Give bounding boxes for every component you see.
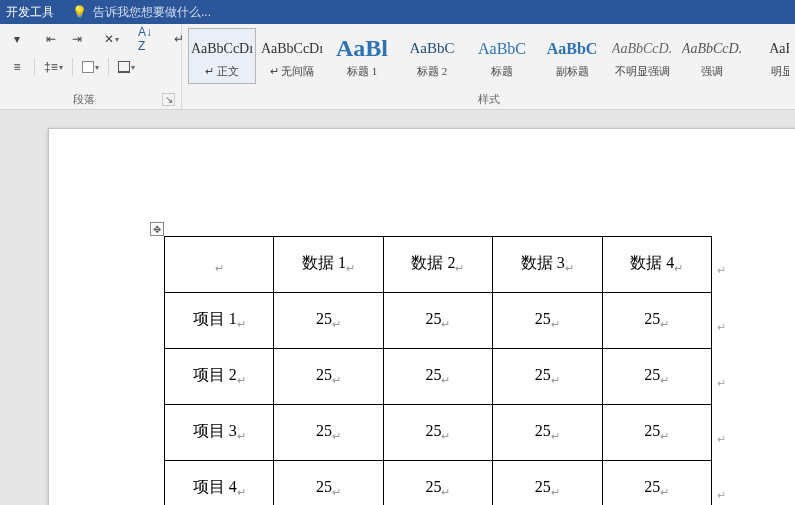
style-item[interactable]: AaBbC标题 xyxy=(468,28,536,84)
decrease-indent-button[interactable]: ⇤ xyxy=(40,28,62,50)
style-preview: AaBbCcD. xyxy=(682,34,742,64)
table-data-cell[interactable]: 25↵ xyxy=(383,293,492,349)
style-item[interactable]: AaBl标题 1 xyxy=(328,28,396,84)
style-preview: AaBbC xyxy=(478,34,526,64)
table-rowlabel-cell[interactable]: 项目 1↵ xyxy=(165,293,274,349)
sort-az-button[interactable]: A↓Z xyxy=(134,28,156,50)
styles-group-label: 样式 xyxy=(478,92,500,107)
paragraph-mark-icon: ↵ xyxy=(717,433,726,446)
table-data-cell[interactable]: 25↵ xyxy=(383,405,492,461)
style-item[interactable]: AaBbCcDı↵ 无间隔 xyxy=(258,28,326,84)
style-name: 标题 1 xyxy=(347,64,377,79)
ribbon-tab-developer[interactable]: 开发工具 xyxy=(6,4,54,21)
table-header-cell[interactable]: 数据 3↵ xyxy=(493,237,602,293)
table-move-handle[interactable]: ✥ xyxy=(150,222,164,236)
table-data-cell[interactable]: 25↵ xyxy=(274,293,383,349)
style-name: 明显 xyxy=(771,64,789,79)
tellme-search[interactable]: 💡 告诉我您想要做什么... xyxy=(72,4,211,21)
style-name: ↵ 正文 xyxy=(205,64,239,79)
asian-layout-button[interactable]: ✕▾ xyxy=(100,28,122,50)
style-name: 标题 xyxy=(491,64,513,79)
table-data-cell[interactable]: 25↵ xyxy=(274,349,383,405)
style-item[interactable]: AaBbC副标题 xyxy=(538,28,606,84)
titlebar: 开发工具 💡 告诉我您想要做什么... xyxy=(0,0,795,24)
separator xyxy=(34,58,35,76)
table-header-cell[interactable]: 数据 1↵ xyxy=(274,237,383,293)
separator xyxy=(72,58,73,76)
table-row: 项目 3↵25↵25↵25↵25↵ xyxy=(165,405,712,461)
style-preview: AaB xyxy=(769,34,789,64)
page: ✥ ↵数据 1↵数据 2↵数据 3↵数据 4↵ 项目 1↵25↵25↵25↵25… xyxy=(48,128,795,505)
table-row: 项目 1↵25↵25↵25↵25↵ xyxy=(165,293,712,349)
style-preview: AaBl xyxy=(336,34,388,64)
paragraph-dialog-launcher[interactable]: ↘ xyxy=(162,93,175,106)
style-name: 副标题 xyxy=(556,64,589,79)
paragraph-group-label: 段落 xyxy=(73,92,95,107)
align-justify-button[interactable]: ≡ xyxy=(6,56,28,78)
table-data-cell[interactable]: 25↵ xyxy=(493,405,602,461)
table-data-cell[interactable]: 25↵ xyxy=(602,349,711,405)
style-gallery[interactable]: AaBbCcDı↵ 正文AaBbCcDı↵ 无间隔AaBl标题 1AaBbC标题… xyxy=(188,28,789,91)
table-rowlabel-cell[interactable]: 项目 2↵ xyxy=(165,349,274,405)
table-row: 项目 2↵25↵25↵25↵25↵ xyxy=(165,349,712,405)
table-data-cell[interactable]: 25↵ xyxy=(602,293,711,349)
table-header-cell[interactable]: 数据 4↵ xyxy=(602,237,711,293)
line-spacing-button[interactable]: ‡≡▾ xyxy=(41,56,66,78)
table-header-cell[interactable]: ↵ xyxy=(165,237,274,293)
shading-button[interactable]: ▾ xyxy=(79,56,102,78)
tellme-placeholder: 告诉我您想要做什么... xyxy=(93,4,211,21)
table-data-cell[interactable]: 25↵ xyxy=(383,461,492,506)
borders-button[interactable]: ▾ xyxy=(115,56,138,78)
ribbon: ▾ ⇤ ⇥ ✕▾ A↓Z ↵ ≡ ‡≡▾ ▾ ▾ 段落 xyxy=(0,24,795,110)
table-data-cell[interactable]: 25↵ xyxy=(274,405,383,461)
table-data-cell[interactable]: 25↵ xyxy=(493,349,602,405)
style-name: 标题 2 xyxy=(417,64,447,79)
table-rowlabel-cell[interactable]: 项目 3↵ xyxy=(165,405,274,461)
styles-group: AaBbCcDı↵ 正文AaBbCcDı↵ 无间隔AaBl标题 1AaBbC标题… xyxy=(182,24,795,109)
table-row: ↵数据 1↵数据 2↵数据 3↵数据 4↵ xyxy=(165,237,712,293)
style-item[interactable]: AaBbCcD.不明显强调 xyxy=(608,28,676,84)
data-table[interactable]: ↵数据 1↵数据 2↵数据 3↵数据 4↵ 项目 1↵25↵25↵25↵25↵项… xyxy=(164,236,712,505)
paragraph-mark-icon: ↵ xyxy=(717,489,726,502)
style-name: 强调 xyxy=(701,64,723,79)
style-name: 不明显强调 xyxy=(615,64,670,79)
style-item[interactable]: AaBbCcD.强调 xyxy=(678,28,746,84)
table-data-cell[interactable]: 25↵ xyxy=(602,405,711,461)
paragraph-mark-icon: ↵ xyxy=(717,264,726,277)
table-header-cell[interactable]: 数据 2↵ xyxy=(383,237,492,293)
style-item[interactable]: AaB明显 xyxy=(748,28,789,84)
increase-indent-button[interactable]: ⇥ xyxy=(66,28,88,50)
paragraph-group: ▾ ⇤ ⇥ ✕▾ A↓Z ↵ ≡ ‡≡▾ ▾ ▾ 段落 xyxy=(0,24,182,109)
style-preview: AaBbCcDı xyxy=(191,34,253,64)
table-data-cell[interactable]: 25↵ xyxy=(383,349,492,405)
document-area[interactable]: ✥ ↵数据 1↵数据 2↵数据 3↵数据 4↵ 项目 1↵25↵25↵25↵25… xyxy=(0,110,795,505)
lightbulb-icon: 💡 xyxy=(72,5,87,19)
table-data-cell[interactable]: 25↵ xyxy=(493,293,602,349)
style-preview: AaBbC xyxy=(410,34,455,64)
style-preview: AaBbCcDı xyxy=(261,34,323,64)
style-preview: AaBbC xyxy=(547,34,598,64)
table-data-cell[interactable]: 25↵ xyxy=(602,461,711,506)
paragraph-mark-icon: ↵ xyxy=(717,377,726,390)
paragraph-mark-icon: ↵ xyxy=(717,321,726,334)
style-item[interactable]: AaBbCcDı↵ 正文 xyxy=(188,28,256,84)
sort-icon[interactable]: ▾ xyxy=(6,28,28,50)
separator xyxy=(108,58,109,76)
table-rowlabel-cell[interactable]: 项目 4↵ xyxy=(165,461,274,506)
style-item[interactable]: AaBbC标题 2 xyxy=(398,28,466,84)
table-row: 项目 4↵25↵25↵25↵25↵ xyxy=(165,461,712,506)
table-data-cell[interactable]: 25↵ xyxy=(274,461,383,506)
style-name: ↵ 无间隔 xyxy=(270,64,315,79)
style-preview: AaBbCcD. xyxy=(612,34,672,64)
table-data-cell[interactable]: 25↵ xyxy=(493,461,602,506)
